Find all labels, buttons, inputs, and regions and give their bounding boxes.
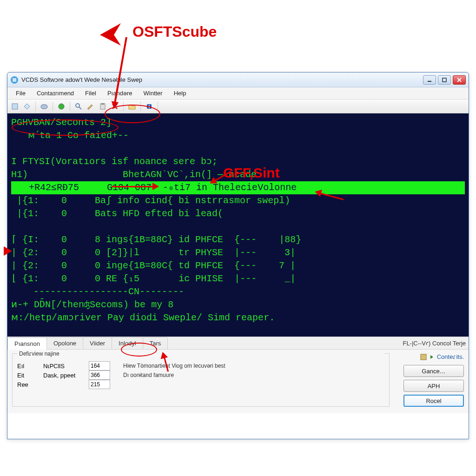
annotation-circle-terminal-top (12, 119, 119, 136)
svg-rect-2 (428, 81, 431, 82)
svg-rect-10 (101, 103, 104, 105)
toolbar-separator (70, 102, 70, 111)
menubar: File Contaɪrımend Filel Pıandǝre Wintter… (7, 87, 469, 99)
titlebar[interactable]: VCDS Softwɔre adow't Wede Nesəbile Swep (7, 73, 469, 87)
bottom-panel: Pıansnon Opolone Viider Inlodyl Tars FL-… (7, 337, 469, 413)
toolbar-separator (35, 102, 36, 111)
tab-viider[interactable]: Viider (83, 337, 112, 349)
menu-pandare[interactable]: Pıandǝre (103, 89, 137, 98)
edit-icon[interactable] (86, 102, 95, 111)
annotation-osftscube: OSFTScube (130, 23, 217, 40)
svg-rect-13 (421, 354, 426, 360)
row3-label: Ree (17, 381, 40, 388)
toolbar: i (7, 99, 469, 113)
row3-input[interactable] (89, 380, 110, 389)
tabs-right-label: FL-|C--Vꜥ) Concol Terje (403, 340, 469, 347)
annotation-gff-sint: GFF,Sint (223, 165, 280, 181)
svg-rect-4 (12, 104, 18, 109)
tool-icon-2[interactable] (22, 102, 32, 111)
disk-icon[interactable] (40, 102, 49, 111)
annotation-arrow-right-1 (112, 186, 158, 187)
globe-icon[interactable] (57, 102, 66, 111)
minimize-button[interactable] (423, 75, 436, 85)
menu-containmend[interactable]: Contaɪrımend (32, 89, 79, 98)
search-icon[interactable] (74, 102, 83, 111)
fieldset-legend: Defiɾview najine (17, 350, 384, 357)
row2-input[interactable] (89, 370, 110, 380)
menu-wintter[interactable]: Wintter (139, 89, 167, 98)
paste-icon[interactable] (98, 102, 107, 111)
maximize-button[interactable] (438, 75, 451, 85)
svg-point-7 (76, 104, 79, 107)
svg-rect-1 (13, 78, 16, 82)
tab-opolone[interactable]: Opolone (46, 337, 83, 349)
tool-icon-1[interactable] (10, 102, 20, 111)
row2-label: Eit (17, 372, 40, 379)
save-icon (420, 354, 428, 360)
menu-file[interactable]: File (11, 89, 30, 98)
row2-label2: Dask, ppeet (43, 372, 85, 379)
row1-label2: NɩPCllS (43, 363, 85, 370)
tabs-row: Pıansnon Opolone Viider Inlodyl Tars FL-… (7, 337, 469, 350)
terminal-highlighted-line[interactable]: +R42≤RĐ75 G104 087 -₀ti7 in ThelecieVolo… (11, 181, 465, 194)
side-button-column: Conteɾits. Gance… APH Rocel (399, 353, 464, 407)
aph-button[interactable]: APH (403, 380, 464, 392)
svg-line-8 (79, 107, 81, 109)
row2-note: Dı oonɨtand famuure (123, 372, 174, 378)
form-row-1: Eıl NɩPCllS Hiew Tȯmonartient Viog om Ie… (17, 361, 384, 370)
contents-link[interactable]: Conteɾits. (420, 353, 464, 360)
chevron-right-icon (430, 354, 435, 360)
form-row-3: Ree (17, 380, 384, 389)
gance-button[interactable]: Gance… (403, 365, 464, 377)
window-title: VCDS Softwɔre adow't Wede Nesəbile Swep (21, 76, 423, 83)
svg-rect-3 (443, 78, 446, 82)
tab-pransnon[interactable]: Pıansnon (7, 337, 47, 350)
menu-filel[interactable]: Filel (80, 89, 101, 98)
menu-help[interactable]: Help (169, 89, 191, 98)
row1-input[interactable] (89, 361, 110, 370)
svg-point-6 (59, 104, 64, 109)
form-row-2: Eit Dask, ppeet Dı oonɨtand famuure (17, 370, 384, 380)
rocel-button[interactable]: Rocel (403, 395, 464, 407)
annotation-circle-tab (121, 343, 157, 357)
app-icon (10, 76, 19, 84)
row1-note: Hiew Tȯmonartient Viog om Iecuvəri best (123, 363, 225, 369)
terminal-output[interactable]: PGHVBAN/Seconts 2] ᴍˊta 1 Co faied+-- I … (7, 113, 469, 337)
svg-rect-5 (41, 105, 47, 109)
row1-label: Eıl (17, 363, 40, 370)
annotation-circle-toolbar (105, 105, 160, 123)
definition-fieldset: Defiɾview najine Eıl NɩPCllS Hiew Tȯmona… (12, 353, 390, 407)
toolbar-separator (53, 102, 53, 111)
close-button[interactable] (453, 75, 466, 85)
